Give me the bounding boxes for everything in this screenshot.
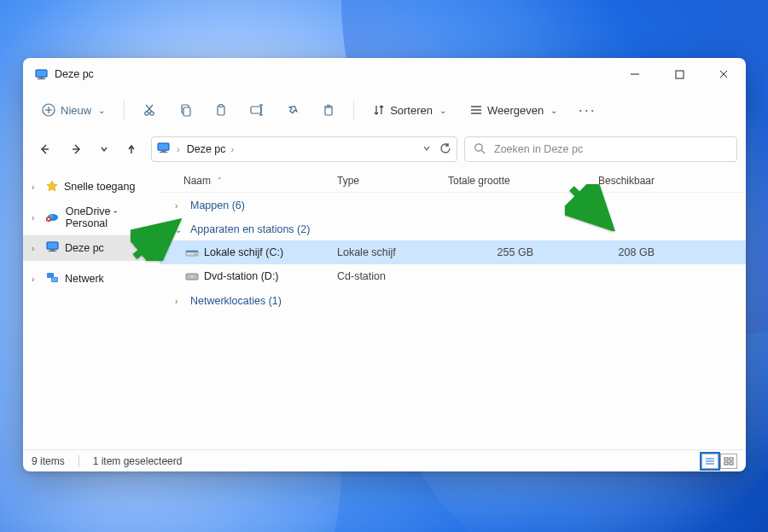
close-button[interactable] [705,61,742,87]
sidebar-item-quick-access[interactable]: › Snelle toegang [23,174,160,200]
search-placeholder: Zoeken in Deze pc [494,143,583,155]
svg-point-55 [195,253,196,255]
drive-type: Cd-station [337,270,448,282]
chevron-down-icon[interactable]: ⌄ [175,225,185,234]
sidebar-item-onedrive[interactable]: › OneDrive - Personal [23,205,160,230]
chevron-down-icon: ⌄ [439,106,446,115]
sidebar-item-label: Deze pc [65,242,104,254]
status-divider [79,455,79,467]
cut-button[interactable] [133,95,166,124]
search-icon [474,142,486,157]
chevron-right-icon[interactable]: › [32,244,40,253]
maximize-button[interactable] [660,61,698,87]
sidebar-item-this-pc[interactable]: › Deze pc [23,235,160,261]
column-header-label: Beschikbaar [598,175,655,187]
chevron-right-icon[interactable]: › [32,182,40,192]
nav-forward-button[interactable] [64,136,90,162]
rename-button[interactable] [241,95,273,124]
chevron-right-icon: › [231,144,235,154]
group-folders[interactable]: › Mappen (6) [160,193,746,217]
address-dropdown-button[interactable] [422,143,431,155]
navigation-pane: › Snelle toegang › OneDrive - Personal ›… [23,169,160,449]
svg-point-58 [191,276,193,278]
chevron-right-icon[interactable]: › [32,275,40,284]
navigation-row: › Deze pc › Zoeken in Deze pc [23,130,746,169]
ellipsis-icon: ··· [579,101,596,119]
share-button[interactable] [276,95,309,124]
icons-view-button[interactable] [720,454,737,469]
column-header-total-size[interactable]: Totale grootte [448,175,567,187]
svg-rect-2 [39,78,44,78]
paste-button[interactable] [205,95,237,124]
svg-rect-19 [251,107,261,113]
svg-rect-35 [159,144,168,150]
svg-rect-16 [183,107,190,116]
new-button-label: Nieuw [61,104,91,117]
svg-rect-23 [325,107,332,115]
status-item-count: 9 items [32,455,65,467]
group-network-locations[interactable]: › Netwerklocaties (1) [160,288,746,312]
delete-button[interactable] [312,95,345,124]
svg-rect-36 [161,151,166,152]
copy-button[interactable] [169,95,201,124]
chevron-down-icon: ⌄ [98,106,105,115]
chevron-right-icon[interactable]: › [175,201,185,211]
svg-rect-18 [219,105,223,107]
sort-button[interactable]: Sorteren ⌄ [363,95,457,124]
column-headers: Naam˄ Type Totale grootte Beschikbaar [160,169,746,193]
drive-name: Lokale schijf (C:) [201,246,337,258]
svg-rect-66 [724,458,728,460]
body: › Snelle toegang › OneDrive - Personal ›… [23,169,746,449]
column-header-name[interactable]: Naam˄ [183,175,337,187]
details-view-button[interactable] [701,454,719,469]
sidebar-item-network[interactable]: › Netwerk [23,266,160,292]
svg-line-39 [482,150,486,153]
sidebar-item-label: Netwerk [65,273,104,285]
sidebar-item-label: Snelle toegang [64,181,135,193]
nav-up-button[interactable] [119,136,144,162]
svg-rect-52 [52,278,57,281]
nav-recent-button[interactable] [96,136,112,162]
more-button[interactable]: ··· [571,95,603,124]
svg-rect-67 [730,458,733,460]
svg-line-13 [147,105,153,112]
status-selected-count: 1 item geselecteerd [93,455,183,467]
chevron-right-icon[interactable]: › [175,297,185,306]
svg-rect-1 [37,70,46,76]
svg-rect-5 [676,71,684,78]
svg-marker-40 [47,181,57,191]
drive-icon [183,246,201,258]
group-label: Netwerklocaties (1) [190,295,282,307]
column-header-label: Totale grootte [448,175,510,187]
drive-row-d[interactable]: Dvd-station (D:) Cd-station [160,264,746,288]
svg-rect-54 [186,251,198,252]
refresh-button[interactable] [439,142,451,157]
toolbar-divider [124,100,125,120]
sidebar-item-label: OneDrive - Personal [66,205,160,229]
drive-row-c[interactable]: Lokale schijf (C:) Lokale schijf 255 GB … [160,240,746,264]
status-bar: 9 items 1 item geselecteerd [23,449,746,471]
chevron-down-icon: ⌄ [550,106,557,115]
title-bar: Deze pc [23,58,746,90]
drive-name: Dvd-station (D:) [201,270,337,282]
address-bar[interactable]: › Deze pc › [151,136,457,162]
column-header-label: Type [337,175,359,187]
column-header-type[interactable]: Type [337,175,448,187]
svg-rect-68 [724,462,728,465]
nav-back-button[interactable] [32,136,57,162]
column-header-available[interactable]: Beschikbaar [567,175,670,187]
svg-point-11 [145,112,148,115]
new-button[interactable]: Nieuw ⌄ [32,95,115,124]
group-devices[interactable]: ⌄ Apparaten en stations (2) [160,217,746,240]
search-input[interactable]: Zoeken in Deze pc [464,136,737,162]
group-label: Apparaten en stations (2) [190,223,310,235]
svg-point-12 [150,112,154,115]
view-button[interactable]: Weergeven ⌄ [460,95,567,124]
minimize-button[interactable] [616,61,654,87]
drive-total: 255 GB [448,246,567,258]
view-toggle [701,454,737,469]
breadcrumb-item[interactable]: Deze pc › [187,143,235,155]
onedrive-error-icon [46,211,60,225]
chevron-right-icon[interactable]: › [32,213,40,223]
sort-asc-icon: ˄ [218,176,222,185]
